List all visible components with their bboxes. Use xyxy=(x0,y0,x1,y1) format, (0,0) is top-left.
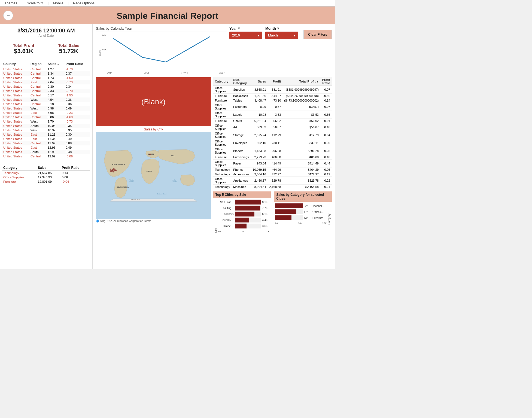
bar-row: Los Ang... 7.7K xyxy=(218,206,270,210)
table-cell: 1,183.98 xyxy=(251,147,268,155)
col-cat-profit-ratio[interactable]: Profit Ratio xyxy=(61,165,90,171)
table-cell: 10.08 xyxy=(251,111,268,119)
pt-col-subcategory[interactable]: Sub-Category xyxy=(232,77,251,86)
table-cell: 5.18 xyxy=(47,102,65,106)
col-profit-ratio[interactable]: Profit Ratio xyxy=(65,61,90,67)
table-cell: 0.49 xyxy=(65,145,90,150)
table-cell: -1.60 xyxy=(65,115,90,119)
table-cell: Furniture xyxy=(213,155,232,160)
table-cell: Office Supplies xyxy=(2,175,37,179)
table-cell: 2,504.16 xyxy=(251,172,268,177)
pt-col-sales[interactable]: Sales xyxy=(251,77,268,86)
table-cell: $472.97 xyxy=(282,172,320,177)
table-cell: United States xyxy=(2,115,29,119)
table-cell: $56.87 xyxy=(282,123,320,131)
col-country[interactable]: Country xyxy=(2,61,29,67)
table-cell: East xyxy=(29,132,47,137)
cat-chart-body: 22K Technol... 17K Office S... 13K Furni… xyxy=(274,202,332,226)
table-cell: Office Supplies xyxy=(213,86,232,94)
table-cell: 0.18 xyxy=(320,155,332,160)
back-button[interactable]: ← xyxy=(3,11,13,20)
left-panel: 3/31/2016 12:00:00 AM As of Date Total P… xyxy=(0,24,93,269)
col-sales[interactable]: Sales xyxy=(47,61,65,67)
table-cell: 0.49 xyxy=(65,106,90,111)
table-cell: Office Supplies xyxy=(213,111,232,119)
table-cell: United States xyxy=(2,128,29,132)
kpi-profit: Total Profit $3.61K xyxy=(2,41,45,57)
table-cell: Central xyxy=(29,93,47,97)
x-label-2017: 2017 xyxy=(219,71,225,74)
table-cell: Technology xyxy=(2,171,37,175)
svg-text:AFRICA: AFRICA xyxy=(147,170,152,172)
category-axis-label: Category xyxy=(328,203,331,225)
table-cell: 2.33 xyxy=(47,89,65,93)
table-cell: 0.14 xyxy=(61,171,90,175)
country-table-scroll[interactable]: Country Region Sales Profit Ratio United… xyxy=(2,61,90,163)
table-cell: -1.60 xyxy=(65,76,90,80)
table-cell: -544.27 xyxy=(268,94,283,98)
table-cell: -0.04 xyxy=(61,179,90,184)
table-cell: 2,975.24 xyxy=(251,131,268,139)
toolbar-page-options[interactable]: Page Options xyxy=(73,1,95,5)
table-cell: Office Supplies xyxy=(213,147,232,155)
year-select-wrapper[interactable]: 2016 xyxy=(229,32,262,39)
table-cell: East xyxy=(29,145,47,150)
table-cell: 8,994.54 xyxy=(251,185,268,189)
table-cell: 1,091.86 xyxy=(251,94,268,98)
blank-text: (Blank) xyxy=(141,97,166,106)
table-cell: 0.18 xyxy=(320,123,332,131)
table-cell: United States xyxy=(2,89,29,93)
col-category[interactable]: Category xyxy=(2,165,37,171)
table-cell: United States xyxy=(2,145,29,150)
table-cell: $2,168.58 xyxy=(282,185,320,189)
table-cell: Chairs xyxy=(232,119,251,123)
bar-label: Technol... xyxy=(312,205,327,208)
toolbar-scale-to-fit[interactable]: Scale to fit xyxy=(27,1,43,5)
table-cell: 296.28 xyxy=(268,147,283,155)
bar-track xyxy=(275,203,303,208)
table-cell: 0.19 xyxy=(320,172,332,177)
table-cell: Central xyxy=(29,76,47,80)
table-cell: Technology xyxy=(213,172,232,177)
pt-col-category[interactable]: Category xyxy=(213,77,232,86)
table-cell: $230.11 xyxy=(282,139,320,147)
table-cell: East xyxy=(29,80,47,84)
profit-table: Category Sub-Category Sales Profit Total… xyxy=(213,77,332,189)
table-cell: Office Supplies xyxy=(213,160,232,167)
bar-label: Furniture xyxy=(312,216,327,219)
x-filter-icon[interactable]: ⧩ ••• 6 xyxy=(181,71,188,74)
table-cell: United States xyxy=(2,119,29,124)
table-cell: 12,801.09 xyxy=(37,179,61,184)
year-select[interactable]: 2016 xyxy=(229,32,262,39)
kpi-profit-value: $3.61K xyxy=(3,48,44,55)
table-cell: United States xyxy=(2,141,29,145)
table-cell: 112.79 xyxy=(268,131,283,139)
col-region[interactable]: Region xyxy=(29,61,47,67)
table-cell: South xyxy=(29,124,47,128)
pt-col-profit[interactable]: Profit xyxy=(268,77,283,86)
table-cell: Machines xyxy=(232,185,251,189)
report-container: ← Sample Financial Report 3/31/2016 12:0… xyxy=(0,7,335,269)
pt-col-total-profit[interactable]: Total Profit xyxy=(282,77,320,86)
toolbar-separator: | xyxy=(22,1,22,5)
col-cat-sales[interactable]: Sales xyxy=(37,165,61,171)
clear-filters-button[interactable]: Clear Filters xyxy=(303,30,332,39)
table-cell: 12.96 xyxy=(47,145,65,150)
table-cell: Furniture xyxy=(2,179,37,184)
blank-section: (Blank) xyxy=(96,77,211,126)
bing-label: 🔷 Bing xyxy=(96,219,105,222)
table-cell: Art xyxy=(232,123,251,131)
bar-row: San Fran... 8.1K xyxy=(218,200,270,205)
toolbar-mobile[interactable]: Mobile xyxy=(53,1,63,5)
table-cell: 8,868.01 xyxy=(251,86,268,94)
pt-col-profit-ratio[interactable]: Profit Ratio xyxy=(320,77,332,86)
table-cell: ($0.57) xyxy=(282,103,320,111)
table-cell: 0.30 xyxy=(65,132,90,137)
month-select[interactable]: March xyxy=(265,32,298,39)
toolbar-themes[interactable]: Themes xyxy=(4,1,17,5)
kpi-sales-label: Total Sales xyxy=(48,43,89,48)
map-section: NORTH AMERICA SOUTH AMERICA EUROPE ASIA … xyxy=(96,132,211,219)
table-cell: 230.11 xyxy=(268,139,283,147)
svg-text:Ocean: Ocean xyxy=(172,181,177,182)
month-select-wrapper[interactable]: March xyxy=(265,32,298,39)
